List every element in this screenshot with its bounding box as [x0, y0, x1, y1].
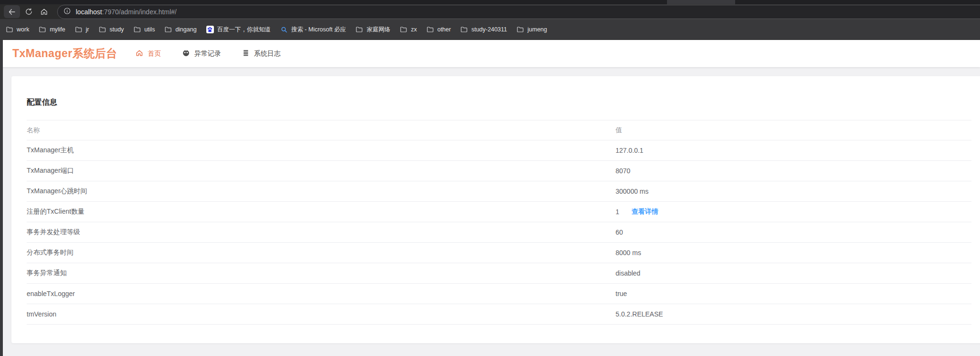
bookmark-label: jumeng — [527, 26, 547, 33]
row-name: 注册的TxClient数量 — [27, 208, 616, 216]
bookmark-label: study-240311 — [471, 26, 507, 33]
nav-item-exception-records[interactable]: 异常记录 — [182, 49, 221, 59]
folder-icon — [516, 26, 524, 33]
folder-icon — [39, 26, 46, 33]
home-button[interactable] — [36, 5, 51, 18]
row-name: TxManager端口 — [27, 167, 616, 175]
row-name: TxManager心跳时间 — [27, 187, 616, 196]
row-name: enableTxLogger — [27, 290, 616, 297]
bookmark-study[interactable]: study — [94, 23, 129, 36]
table-row: 注册的TxClient数量 1 查看详情 — [27, 202, 971, 222]
row-value: 5.0.2.RELEASE — [616, 310, 663, 318]
bookmark-study-240311[interactable]: study-240311 — [455, 23, 512, 36]
table-row: TxManager端口 8070 — [27, 161, 971, 181]
site-info-icon[interactable] — [63, 7, 71, 17]
config-table: 名称 值 TxManager主机 127.0.0.1 TxManager端口 8… — [27, 120, 971, 325]
bookmark-label: 家庭网络 — [366, 26, 390, 34]
nav-label: 首页 — [148, 49, 161, 58]
table-row: TxManager心跳时间 300000 ms — [27, 181, 971, 202]
app-header: TxManager系统后台 首页 — [0, 40, 980, 67]
url-host: localhost — [76, 8, 102, 16]
folder-icon — [355, 26, 363, 33]
window-edge-strip — [0, 40, 3, 356]
row-value: 8000 ms — [616, 249, 641, 257]
bookmark-dingang[interactable]: dingang — [160, 23, 202, 36]
folder-icon — [460, 26, 468, 33]
column-header-value: 值 — [616, 126, 622, 135]
section-title: 配置信息 — [27, 76, 971, 108]
row-name: TxManager主机 — [27, 146, 616, 155]
home-icon — [40, 8, 48, 16]
bookmark-jr[interactable]: jr — [70, 23, 94, 36]
row-value: disabled — [616, 269, 640, 277]
row-name: 事务并发处理等级 — [27, 228, 616, 237]
bookmark-other[interactable]: other — [422, 23, 456, 36]
bookmark-label: work — [17, 26, 29, 33]
table-header-row: 名称 值 — [27, 120, 971, 140]
row-value: 1 — [616, 208, 619, 216]
table-row: tmVersion 5.0.2.RELEASE — [27, 304, 971, 325]
row-value: 8070 — [616, 167, 630, 175]
home-icon — [135, 49, 143, 59]
browser-toolbar: localhost:7970/admin/index.html#/ — [0, 4, 980, 19]
bookmark-label: 百度一下，你就知道 — [217, 26, 271, 34]
bookmark-label: other — [437, 26, 451, 33]
table-row: 分布式事务时间 8000 ms — [27, 243, 971, 263]
page-viewport: TxManager系统后台 首页 — [0, 40, 980, 356]
row-name: 分布式事务时间 — [27, 248, 616, 257]
url-path: :7970/admin/index.html#/ — [102, 8, 176, 16]
bookmark-label: 搜索 - Microsoft 必应 — [291, 26, 346, 34]
back-icon — [8, 8, 16, 16]
row-value: 127.0.0.1 — [616, 147, 643, 154]
nav-label: 异常记录 — [194, 49, 221, 58]
url-text: localhost:7970/admin/index.html#/ — [76, 8, 177, 16]
bookmark-bing-search[interactable]: 搜索 - Microsoft 必应 — [275, 23, 351, 36]
table-row: 事务并发处理等级 60 — [27, 222, 971, 243]
folder-icon — [6, 26, 13, 33]
bookmark-mylife[interactable]: mylife — [34, 23, 70, 36]
bookmark-utils[interactable]: utils — [129, 23, 160, 36]
folder-icon — [75, 26, 82, 33]
folder-icon — [99, 26, 106, 33]
nav-label: 系统日志 — [254, 49, 281, 58]
bookmark-jumeng[interactable]: jumeng — [512, 23, 552, 36]
bing-search-icon — [280, 26, 288, 33]
back-button[interactable] — [4, 5, 20, 18]
browser-chrome: localhost:7970/admin/index.html#/ work m… — [0, 0, 980, 40]
row-value: true — [616, 290, 627, 297]
row-value: 60 — [616, 228, 623, 236]
table-row: enableTxLogger true — [27, 284, 971, 304]
bookmark-home-network[interactable]: 家庭网络 — [351, 23, 395, 36]
top-navigation: 首页 异常记录 — [135, 49, 281, 59]
refresh-icon — [25, 8, 33, 16]
address-bar[interactable]: localhost:7970/admin/index.html#/ — [57, 5, 980, 19]
bookmark-label: mylife — [50, 26, 65, 33]
folder-icon — [133, 26, 141, 33]
folder-icon — [426, 26, 434, 33]
bug-icon — [182, 49, 190, 59]
table-row: 事务异常通知 disabled — [27, 263, 971, 284]
nav-item-system-logs[interactable]: 系统日志 — [242, 49, 281, 58]
bookmark-label: study — [110, 26, 124, 33]
table-row: TxManager主机 127.0.0.1 — [27, 140, 971, 161]
view-details-link[interactable]: 查看详情 — [632, 208, 658, 216]
tab-strip — [0, 0, 980, 4]
active-tab-sliver[interactable] — [667, 0, 735, 4]
bookmarks-bar: work mylife jr study utils dingang — [0, 19, 980, 40]
bookmark-work[interactable]: work — [1, 23, 34, 36]
folder-icon — [400, 26, 407, 33]
row-value: 300000 ms — [616, 188, 648, 195]
bookmark-baidu[interactable]: 百度一下，你就知道 — [202, 23, 276, 36]
nav-item-home[interactable]: 首页 — [135, 49, 161, 59]
bookmark-zx[interactable]: zx — [395, 23, 422, 36]
refresh-button[interactable] — [21, 5, 36, 18]
row-name: tmVersion — [27, 310, 616, 318]
log-list-icon — [242, 49, 250, 58]
column-header-name: 名称 — [27, 126, 616, 135]
bookmark-label: zx — [411, 26, 417, 33]
bookmark-label: jr — [86, 26, 89, 33]
folder-icon — [164, 26, 172, 33]
baidu-paw-icon — [206, 26, 214, 33]
row-name: 事务异常通知 — [27, 269, 616, 277]
app-title: TxManager系统后台 — [12, 46, 117, 61]
